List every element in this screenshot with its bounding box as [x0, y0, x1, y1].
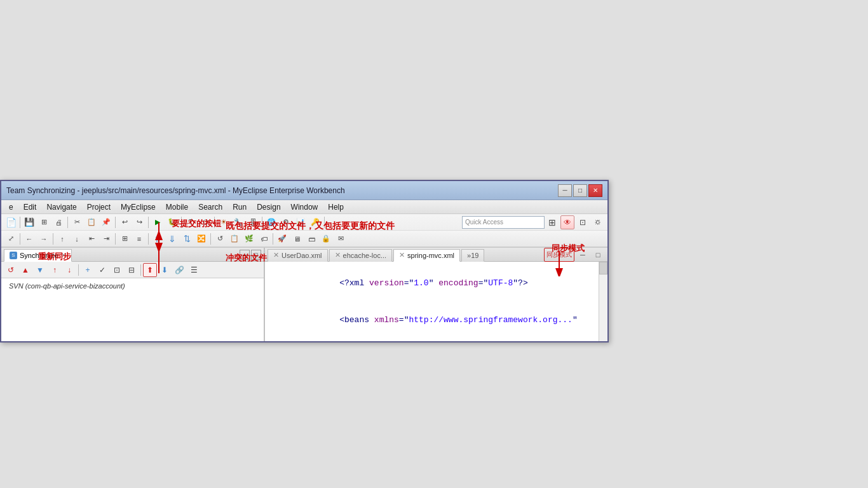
tab-dirty-springmvc: ✕ — [399, 251, 405, 259]
copy-button[interactable]: 📋 — [85, 215, 98, 229]
menu-item-project[interactable]: Project — [82, 201, 116, 213]
menu-item-search[interactable]: Search — [193, 201, 227, 213]
menu-item-run[interactable]: Run — [227, 201, 252, 213]
synchronize-tab[interactable]: S Synchronize ✕ — [4, 249, 72, 262]
svn-path-item[interactable]: SVN (com-qb-api-service-bizaccount) — [4, 281, 261, 291]
maximize-button[interactable]: □ — [573, 184, 587, 197]
toolbar-container: 📄 💾 ⊞ 🖨 ✂ 📋 📌 ↩ ↪ ▶ 🐛 T ⬡ ☀ — [1, 214, 607, 248]
toolbar-row2-sep-3 — [115, 233, 116, 245]
sync-mark-btn[interactable]: ✓ — [95, 263, 109, 277]
svn-tag-btn[interactable]: 🏷 — [257, 232, 271, 246]
panel-minimize-btn[interactable]: ─ — [240, 250, 250, 260]
menu-item-design[interactable]: Design — [252, 201, 285, 213]
scrollbar-thumb[interactable] — [599, 262, 607, 274]
editor-tab-more[interactable]: »19 — [461, 249, 484, 262]
open-type-button[interactable]: T — [184, 215, 198, 229]
tb2-btn-1[interactable]: ⤢ — [4, 232, 18, 246]
myeclipse-tb-7[interactable]: 🔑 — [308, 215, 322, 229]
tb2-navigate-4[interactable]: ⇥ — [99, 232, 113, 246]
cut-button[interactable]: ✂ — [70, 215, 84, 229]
perspective-btn-3[interactable]: ⊡ — [576, 215, 590, 229]
panel-maximize-btn[interactable]: □ — [251, 250, 261, 260]
close-button[interactable]: ✕ — [588, 184, 602, 197]
svn-update-btn[interactable]: ⇓ — [165, 232, 179, 246]
quick-access-input[interactable]: Quick Access — [462, 216, 545, 229]
tb2-navigate-3[interactable]: ⇤ — [85, 232, 98, 246]
print-button[interactable]: 🖨 — [51, 215, 65, 229]
tb2-navigate-down[interactable]: ↓ — [70, 232, 84, 246]
paste-button[interactable]: 📌 — [99, 215, 113, 229]
svn-commit-btn[interactable]: ⇑ — [151, 232, 165, 246]
perspective-btn-4[interactable]: ⛭ — [591, 215, 605, 229]
menu-item-edit[interactable]: Edit — [18, 201, 42, 213]
tb2-btn-extra-1[interactable]: ⊞ — [118, 232, 132, 246]
redo-button[interactable]: ↪ — [132, 215, 146, 229]
open-resource-button[interactable]: ⬡ — [198, 215, 212, 229]
svn-merge-btn[interactable]: 🔀 — [194, 232, 208, 246]
sync-inline-commit-btn[interactable]: ⬆ — [143, 263, 157, 277]
editor-tab-userdao[interactable]: ✕ UserDao.xml — [268, 249, 328, 262]
run-button[interactable]: ▶ — [151, 215, 165, 229]
svn-history-btn[interactable]: 📋 — [227, 232, 241, 246]
sync-tab-close[interactable]: ✕ — [61, 252, 66, 259]
editor-sync-mode-btn[interactable]: 同步模式 — [544, 248, 574, 262]
toolbar-row2-sep-4 — [148, 233, 149, 245]
sync-add-btn[interactable]: + — [81, 263, 95, 277]
main-workspace: S Synchronize ✕ ─ □ ↺ ▲ — [1, 248, 607, 341]
new-button[interactable]: 📄 — [4, 215, 18, 229]
tb2-forward[interactable]: → — [37, 232, 51, 246]
sync-refresh-btn[interactable]: ↺ — [4, 263, 18, 277]
menu-item-help[interactable]: Help — [323, 201, 349, 213]
sync-menu-btn[interactable]: ☰ — [187, 263, 201, 277]
toolbar-separator-6 — [214, 217, 215, 228]
tab-dirty-userdao: ✕ — [273, 251, 279, 259]
quick-access-placeholder: Quick Access — [465, 219, 503, 226]
svn-sync-btn[interactable]: ⇅ — [180, 232, 194, 246]
myeclipse-tb-5[interactable]: ⚙ — [279, 215, 293, 229]
menu-item-mobile[interactable]: Mobile — [161, 201, 193, 213]
editor-scrollbar[interactable] — [599, 262, 607, 341]
editor-tab-springmvc[interactable]: ✕ spring-mvc.xml — [393, 249, 460, 262]
menu-item-navigate[interactable]: Navigate — [41, 201, 81, 213]
sync-commit-down-btn[interactable]: ▼ — [33, 263, 47, 277]
editor-maximize-btn[interactable]: □ — [591, 248, 605, 262]
menu-item-window[interactable]: Window — [286, 201, 323, 213]
sync-collapse-btn[interactable]: ⊟ — [125, 263, 139, 277]
extra-btn-1[interactable]: 🔒 — [319, 232, 333, 246]
undo-button[interactable]: ↩ — [118, 215, 132, 229]
sync-link-btn[interactable]: 🔗 — [172, 263, 186, 277]
myeclipse-tb-3[interactable]: 🗄 — [246, 215, 260, 229]
perspective-btn-2[interactable]: 👁 — [560, 215, 574, 229]
deploy-btn[interactable]: 🚀 — [275, 232, 289, 246]
editor-view-buttons: 同步模式 ─ □ — [544, 248, 605, 262]
myeclipse-tb-4[interactable]: 🌐 — [264, 215, 278, 229]
tb2-btn-extra-2[interactable]: ≡ — [132, 232, 146, 246]
tb2-back[interactable]: ← — [22, 232, 36, 246]
sync-inline-update-btn[interactable]: ⬇ — [158, 263, 172, 277]
sync-nav-up-btn[interactable]: ↑ — [48, 263, 62, 277]
svn-branch-btn[interactable]: 🌿 — [242, 232, 256, 246]
svn-revert-btn[interactable]: ↺ — [213, 232, 227, 246]
menu-item-myeclipse[interactable]: MyEclipse — [116, 201, 161, 213]
save-all-button[interactable]: ⊞ — [37, 215, 51, 229]
perspective-btn-1[interactable]: ⊞ — [545, 215, 559, 229]
server-btn[interactable]: 🖥 — [290, 232, 304, 246]
myeclipse-tb-6[interactable]: 📊 — [294, 215, 308, 229]
myeclipse-tb-1[interactable]: ☀ — [217, 215, 231, 229]
extra-btn-2[interactable]: ✉ — [334, 232, 348, 246]
editor-main-area: <?xml version="1.0" encoding="UTF-8"?> <… — [265, 262, 607, 341]
debug-button[interactable]: 🐛 — [165, 215, 179, 229]
save-button[interactable]: 💾 — [22, 215, 36, 229]
tb2-navigate-up[interactable]: ↑ — [55, 232, 69, 246]
editor-minimize-btn[interactable]: ─ — [576, 248, 590, 262]
toolbar-row2-sep-6 — [273, 233, 273, 245]
db-btn[interactable]: 🗃 — [304, 232, 318, 246]
minimize-button[interactable]: ─ — [558, 184, 572, 197]
editor-tab-ehcache[interactable]: ✕ ehcache-loc... — [329, 249, 392, 262]
sync-nav-down-btn[interactable]: ↓ — [62, 263, 76, 277]
myeclipse-tb-2[interactable]: 🔧 — [231, 215, 245, 229]
sync-commit-up-btn[interactable]: ▲ — [18, 263, 32, 277]
menu-item-e[interactable]: e — [4, 201, 18, 213]
editor-content[interactable]: <?xml version="1.0" encoding="UTF-8"?> <… — [265, 262, 599, 341]
sync-filter-btn[interactable]: ⊡ — [110, 263, 124, 277]
